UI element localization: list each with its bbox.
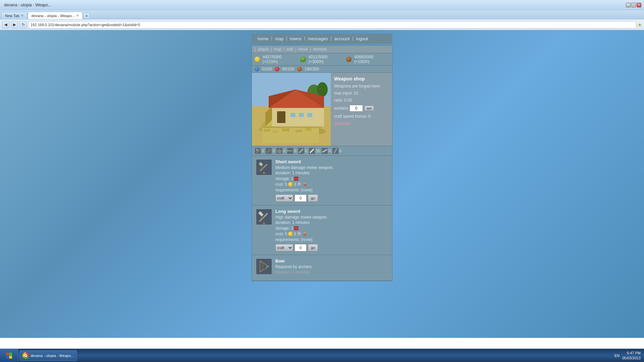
nav-account[interactable]: account: [332, 36, 353, 42]
workers-input[interactable]: [350, 105, 363, 112]
equip-count-7: 0: [329, 149, 331, 153]
action-move[interactable]: move: [298, 47, 308, 52]
tab-game[interactable]: devana - utopia - Weapo... ✕: [28, 12, 83, 19]
svg-rect-28: [267, 149, 271, 153]
refresh-button[interactable]: ↻: [19, 21, 27, 28]
unit1-value: 0/100: [262, 67, 272, 71]
cost-wood-icon-2: 🪵: [303, 232, 307, 236]
action-remove[interactable]: remove: [313, 47, 326, 52]
set-workers-button[interactable]: set: [364, 106, 374, 111]
bow-name: Bow: [275, 258, 388, 263]
nav-messages[interactable]: messages: [305, 36, 330, 42]
equip-icon-8: [332, 147, 339, 154]
nav-logout[interactable]: logout: [354, 36, 371, 42]
equip-item-7: 0: [321, 147, 331, 154]
short-sword-desc: Medium damage melee weapon.: [275, 165, 388, 170]
long-sword-go-button[interactable]: go: [308, 244, 318, 251]
clock: 6:47 PM 05/03/2013: [622, 351, 641, 360]
demolish-link[interactable]: demolish: [334, 121, 389, 126]
building-ratio: ratio: 0.05: [334, 98, 389, 103]
equip-icon-5: [298, 147, 305, 154]
workers-label: workers: [334, 106, 348, 111]
short-sword-icon: [256, 159, 272, 175]
equip-count-8: 0: [339, 149, 341, 153]
building-info: Weapon shop Weapons are forged here. max…: [331, 73, 392, 146]
bow-desc: Required by archers.: [275, 264, 388, 269]
long-sword-craft-select[interactable]: craft queue: [275, 244, 293, 251]
equip-count-4: 0: [294, 149, 296, 153]
windows-logo: [6, 353, 12, 359]
tab-newtab-close[interactable]: ✕: [21, 14, 23, 17]
long-sword-qty-input[interactable]: [294, 244, 307, 251]
building-image: [252, 73, 331, 146]
svg-marker-31: [287, 150, 288, 152]
svg-point-4: [317, 82, 328, 97]
cost-gold-icon-1: [288, 182, 293, 187]
taskbar: devana - utopia - Weapo... EN 6:47 PM 05…: [0, 349, 644, 362]
long-sword-desc: High damage melee weapon.: [275, 215, 388, 220]
forward-button[interactable]: ▶: [11, 21, 18, 28]
maximize-button[interactable]: □: [631, 3, 636, 7]
tab-newtab[interactable]: New Tab ✕: [1, 12, 27, 19]
svg-rect-33: [310, 148, 314, 153]
nav-map[interactable]: map: [272, 36, 286, 42]
nav-menu: home | map | towns | messages | account …: [252, 34, 392, 44]
action-edit[interactable]: edit: [286, 47, 293, 52]
bookmark-icon[interactable]: ★: [638, 22, 642, 27]
svg-rect-15: [290, 113, 296, 117]
page-content: home | map | towns | messages | account …: [0, 30, 644, 338]
address-input[interactable]: [28, 21, 636, 28]
equip-item-2: 0: [265, 147, 275, 154]
new-tab-button[interactable]: +: [83, 12, 90, 19]
equip-item-5: 0: [298, 147, 307, 154]
unit3-icon: [297, 67, 302, 71]
long-sword-storage: storage: 1: [275, 226, 388, 231]
food-value: 4011/5000 (+300/h): [309, 55, 344, 64]
close-button[interactable]: ✕: [637, 3, 641, 7]
chrome-icon: [22, 352, 29, 359]
craft-speed: craft speed bonus: 0: [334, 114, 389, 119]
svg-rect-27: [256, 149, 258, 151]
svg-line-46: [260, 266, 269, 272]
long-sword-duration: duration: 1 minutes: [275, 220, 388, 225]
svg-rect-35: [333, 148, 337, 154]
tab-game-close[interactable]: ✕: [76, 14, 79, 17]
wood-value: 4066/5000 (+180/h): [354, 55, 389, 64]
building-name: Weapon shop: [334, 76, 389, 81]
building-section: Weapon shop Weapons are forged here. max…: [252, 73, 392, 146]
equip-count-2: 0: [273, 149, 275, 153]
back-button[interactable]: ◀: [2, 21, 9, 28]
equip-icon-6: [309, 147, 315, 154]
minimize-button[interactable]: _: [626, 3, 631, 7]
svg-rect-17: [307, 113, 312, 117]
svg-marker-47: [267, 265, 269, 267]
storage-icon-1: [294, 177, 298, 181]
equip-icon-4: [287, 147, 293, 154]
workers-row: workers set: [334, 105, 389, 112]
building-max-input: max input: 10: [334, 90, 389, 96]
equipment-bar: 0 0 0: [252, 146, 392, 156]
craft-item-short-sword: Short sword Medium damage melee weapon. …: [252, 156, 392, 205]
equip-item-4: 0: [287, 147, 296, 154]
short-sword-qty-input[interactable]: [294, 194, 307, 202]
resource-bar: 4457/5000 (+210/h) 4011/5000 (+300/h) 40…: [252, 53, 392, 66]
nav-home[interactable]: home: [255, 36, 271, 42]
short-sword-go-button[interactable]: go: [308, 194, 318, 202]
svg-rect-24: [296, 130, 302, 132]
taskbar-item-chrome[interactable]: devana - utopia - Weapo...: [19, 350, 77, 361]
short-sword-craft-select[interactable]: craft queue: [275, 194, 293, 202]
action-map[interactable]: map: [274, 47, 281, 52]
svg-rect-25: [306, 128, 312, 131]
nav-towns[interactable]: towns: [287, 36, 304, 42]
gold-icon: [255, 57, 260, 62]
start-button[interactable]: [0, 349, 18, 362]
svg-rect-23: [282, 128, 289, 131]
svg-rect-37: [259, 162, 263, 166]
browser-title: devana - utopia - Weapo...: [3, 3, 625, 7]
wood-icon: [346, 57, 352, 62]
equip-icon-1: [255, 147, 261, 154]
taskbar-item-label: devana - utopia - Weapo...: [31, 354, 74, 358]
action-utopia[interactable]: utopia: [258, 47, 269, 52]
tab-bar: New Tab ✕ devana - utopia - Weapo... ✕ +: [0, 10, 644, 19]
svg-line-45: [260, 261, 269, 266]
